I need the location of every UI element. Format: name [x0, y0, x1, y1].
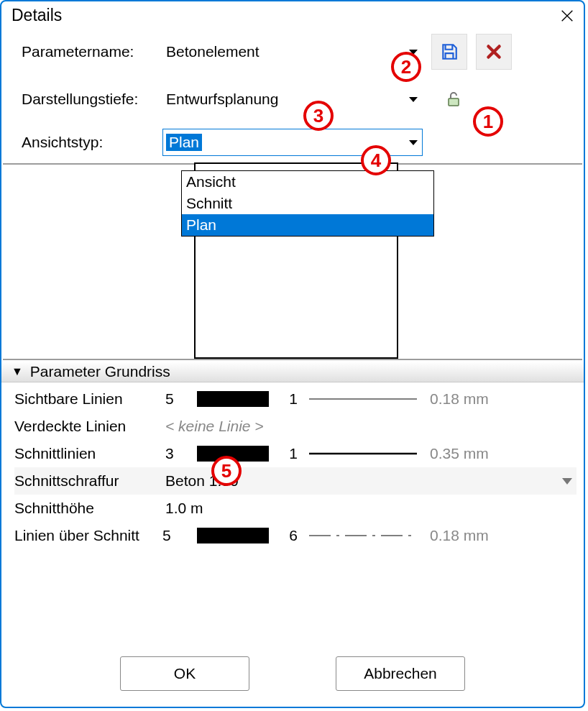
cell-value: 1: [283, 390, 303, 408]
titlebar: Details: [1, 1, 584, 27]
row-schnittlinien[interactable]: Schnittlinien 3 1 0.35 mm: [14, 440, 576, 467]
cell-label: Verdeckte Linien: [14, 418, 165, 435]
cell-mm: 0.18 mm: [430, 390, 489, 408]
label-ansichtstyp: Ansichtstyp:: [22, 134, 162, 151]
cell-value: 6: [283, 527, 303, 544]
dropdown-ansichtstyp-value: Plan: [166, 134, 202, 151]
label-darstellungstiefe: Darstellungstiefe:: [22, 91, 162, 108]
option-plan[interactable]: Plan: [182, 214, 433, 236]
section-title: Parameter Grundriss: [30, 363, 170, 380]
annotation-5: 5: [211, 456, 242, 486]
chevron-down-icon: [409, 140, 418, 145]
close-button[interactable]: [559, 8, 575, 24]
dropdown-darstellungstiefe[interactable]: Entwurfsplanung: [162, 86, 423, 113]
line-preview: [309, 397, 417, 401]
dropdown-parametername[interactable]: Betonelement: [162, 38, 423, 65]
delete-x-icon: [484, 42, 503, 61]
cell-label: Schnittlinien: [14, 445, 165, 462]
option-ansicht[interactable]: Ansicht: [182, 171, 433, 193]
dialog-title: Details: [12, 6, 62, 25]
color-swatch: [197, 391, 269, 407]
cell-mm: 0.35 mm: [430, 445, 489, 462]
dropdown-parametername-value: Betonelement: [166, 43, 259, 60]
row-verdeckte-linien[interactable]: Verdeckte Linien < keine Linie >: [14, 413, 576, 440]
row-linien-ueber-schnitt[interactable]: Linien über Schnitt 5 6 0.18 mm: [14, 522, 576, 549]
cell-label: Schnitthöhe: [14, 500, 165, 517]
save-button[interactable]: [431, 34, 467, 70]
row-schnitthoehe[interactable]: Schnitthöhe 1.0 m: [14, 495, 576, 522]
svg-rect-0: [449, 98, 459, 106]
cell-label: Sichtbare Linien: [14, 390, 165, 408]
delete-button[interactable]: [476, 34, 512, 70]
row-schnittschraffur[interactable]: Schnittschraffur Beton 1:50: [14, 467, 576, 495]
lock-button[interactable]: [440, 87, 467, 111]
unlock-icon: [445, 91, 462, 108]
cell-value: 5: [165, 390, 197, 408]
annotation-2: 2: [391, 52, 421, 82]
parameter-grid: Sichtbare Linien 5 1 0.18 mm Verdeckte L…: [1, 382, 584, 643]
dialog-buttons: OK Abbrechen: [1, 643, 584, 707]
annotation-4: 4: [361, 145, 391, 175]
dropdown-darstellungstiefe-value: Entwurfsplanung: [166, 91, 278, 108]
color-swatch: [197, 528, 269, 543]
chevron-down-icon: [562, 478, 572, 485]
dialog-details: Details Parametername: Betonelement Dars…: [0, 0, 585, 708]
chevron-down-icon: ▼: [12, 365, 23, 378]
cell-value: 1: [283, 445, 303, 462]
dropdown-ansichtstyp-list[interactable]: Ansicht Schnitt Plan: [181, 170, 434, 237]
cell-value: 3: [165, 445, 197, 462]
ok-button[interactable]: OK: [120, 656, 249, 691]
line-preview: [309, 451, 417, 456]
cell-value: 1.0 m: [165, 500, 203, 517]
form-area: Parametername: Betonelement Darstellungs…: [1, 27, 584, 162]
cell-none: < keine Linie >: [165, 418, 264, 435]
label-parametername: Parametername:: [22, 43, 162, 60]
close-icon: [559, 8, 575, 24]
cell-mm: 0.18 mm: [430, 527, 489, 544]
annotation-3: 3: [303, 101, 334, 131]
annotation-1: 1: [473, 106, 503, 137]
save-icon: [440, 42, 459, 61]
row-sichtbare-linien[interactable]: Sichtbare Linien 5 1 0.18 mm: [14, 385, 576, 413]
option-schnitt[interactable]: Schnitt: [182, 193, 433, 214]
cell-value: 5: [162, 527, 197, 544]
line-preview: [309, 533, 417, 538]
section-header[interactable]: ▼ Parameter Grundriss: [1, 362, 584, 382]
cell-label: Linien über Schnitt: [14, 527, 162, 544]
cancel-button[interactable]: Abbrechen: [336, 656, 465, 691]
chevron-down-icon: [409, 97, 418, 102]
cell-label: Schnittschraffur: [14, 472, 165, 490]
